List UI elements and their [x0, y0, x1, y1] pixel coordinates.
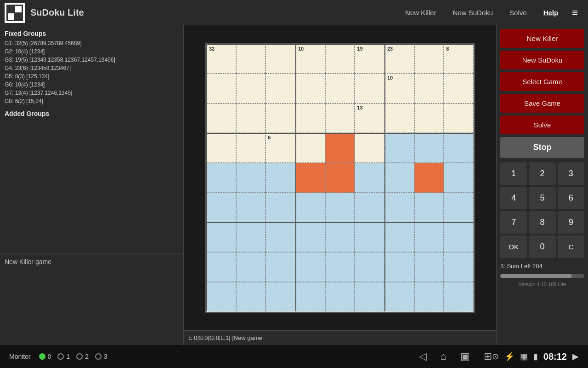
numpad-btn-7[interactable]: 7 [500, 211, 527, 234]
cell-r5-c2[interactable] [266, 193, 295, 223]
cell-r3-c7[interactable] [414, 133, 444, 163]
cell-r0-c0[interactable]: 32 [206, 44, 236, 74]
numpad-btn-6[interactable]: 6 [558, 187, 584, 209]
cell-r4-c2[interactable] [266, 163, 295, 193]
cell-r4-c3[interactable] [295, 163, 325, 193]
cell-r0-c1[interactable] [236, 44, 266, 74]
cell-r3-c2[interactable]: 6 [266, 133, 295, 163]
cell-r1-c8[interactable] [444, 74, 474, 104]
numpad-btn-5[interactable]: 5 [529, 187, 555, 209]
cell-r8-c8[interactable] [444, 282, 474, 312]
cell-r6-c4[interactable] [325, 222, 355, 252]
cell-r1-c1[interactable] [236, 74, 266, 104]
cell-r2-c7[interactable] [414, 104, 444, 133]
numpad-btn-ok[interactable]: OK [500, 236, 527, 258]
cell-r6-c1[interactable] [236, 222, 266, 252]
cell-r5-c5[interactable] [355, 193, 384, 223]
new-sudoku-top-button[interactable]: New SuDoku [445, 5, 502, 20]
cell-r0-c7[interactable] [414, 44, 444, 74]
cell-r7-c4[interactable] [325, 252, 355, 282]
cell-r5-c4[interactable] [325, 193, 355, 223]
cell-r5-c1[interactable] [236, 193, 266, 223]
cell-r3-c0[interactable] [206, 133, 236, 163]
cell-r8-c7[interactable] [414, 282, 444, 312]
cell-r1-c7[interactable] [414, 74, 444, 104]
new-killer-top-button[interactable]: New Killer [397, 5, 445, 20]
cell-r0-c6[interactable]: 23 [384, 44, 414, 74]
cell-r2-c6[interactable] [384, 104, 414, 133]
cell-r5-c7[interactable] [414, 193, 444, 223]
back-button[interactable]: ◁ [419, 351, 427, 362]
cell-r2-c0[interactable] [206, 104, 236, 133]
cell-r6-c7[interactable] [414, 222, 444, 252]
cell-r3-c6[interactable] [384, 133, 414, 163]
cell-r1-c4[interactable] [325, 74, 355, 104]
cell-r7-c2[interactable] [266, 252, 295, 282]
cell-r3-c1[interactable] [236, 133, 266, 163]
cell-r7-c3[interactable] [295, 252, 325, 282]
cell-r4-c0[interactable] [206, 163, 236, 193]
recent-button[interactable]: ▣ [460, 351, 470, 362]
new-sudoku-button[interactable]: New SuDoku [500, 51, 584, 69]
cell-r4-c5[interactable] [355, 163, 384, 193]
cell-r7-c1[interactable] [236, 252, 266, 282]
solve-button[interactable]: Solve [500, 115, 584, 134]
cell-r2-c4[interactable] [325, 104, 355, 133]
select-game-button[interactable]: Select Game [500, 72, 584, 91]
cell-r8-c0[interactable] [206, 282, 236, 312]
cell-r5-c3[interactable] [295, 193, 325, 223]
sudoku-board[interactable]: 32101923810136 [205, 43, 475, 313]
cell-r2-c1[interactable] [236, 104, 266, 133]
cell-r4-c1[interactable] [236, 163, 266, 193]
save-game-button[interactable]: Save Game [500, 94, 584, 113]
cell-r6-c8[interactable] [444, 222, 474, 252]
cell-r2-c8[interactable] [444, 104, 474, 133]
cell-r7-c8[interactable] [444, 252, 474, 282]
cell-r7-c6[interactable] [384, 252, 414, 282]
cell-r5-c8[interactable] [444, 193, 474, 223]
cell-r8-c5[interactable] [355, 282, 384, 312]
cell-r8-c1[interactable] [236, 282, 266, 312]
home-button[interactable]: ⌂ [441, 351, 447, 362]
cell-r1-c3[interactable] [295, 74, 325, 104]
cell-r1-c0[interactable] [206, 74, 236, 104]
cell-r4-c7[interactable] [414, 163, 444, 193]
cell-r0-c4[interactable] [325, 44, 355, 74]
cell-r8-c4[interactable] [325, 282, 355, 312]
cell-r8-c3[interactable] [295, 282, 325, 312]
cell-r4-c6[interactable] [384, 163, 414, 193]
cell-r6-c2[interactable] [266, 222, 295, 252]
cell-r1-c2[interactable] [266, 74, 295, 104]
cell-r3-c5[interactable] [355, 133, 384, 163]
cell-r3-c8[interactable] [444, 133, 474, 163]
numpad-btn-1[interactable]: 1 [500, 162, 527, 185]
new-killer-button[interactable]: New Killer [500, 29, 584, 48]
cell-r7-c0[interactable] [206, 252, 236, 282]
numpad-btn-2[interactable]: 2 [529, 162, 555, 185]
cell-r1-c6[interactable]: 10 [384, 74, 414, 104]
cell-r3-c3[interactable] [295, 133, 325, 163]
cell-r2-c2[interactable] [266, 104, 295, 133]
cell-r0-c5[interactable]: 19 [355, 44, 384, 74]
cell-r6-c5[interactable] [355, 222, 384, 252]
cell-r1-c5[interactable] [355, 74, 384, 104]
cell-r7-c5[interactable] [355, 252, 384, 282]
cell-r4-c4[interactable] [325, 163, 355, 193]
numpad-btn-c[interactable]: C [558, 236, 584, 258]
stop-button[interactable]: Stop [500, 137, 584, 158]
cell-r0-c8[interactable]: 8 [444, 44, 474, 74]
solve-top-button[interactable]: Solve [501, 5, 535, 20]
cell-r0-c2[interactable] [266, 44, 295, 74]
cell-r0-c3[interactable]: 10 [295, 44, 325, 74]
cell-r5-c6[interactable] [384, 193, 414, 223]
cell-r2-c3[interactable] [295, 104, 325, 133]
numpad-btn-0[interactable]: 0 [529, 236, 555, 258]
cell-r2-c5[interactable]: 13 [355, 104, 384, 133]
help-top-button[interactable]: Help [535, 5, 567, 20]
cell-r6-c6[interactable] [384, 222, 414, 252]
numpad-btn-8[interactable]: 8 [529, 211, 555, 234]
cell-r6-c3[interactable] [295, 222, 325, 252]
cell-r8-c2[interactable] [266, 282, 295, 312]
menu-icon[interactable]: ≡ [566, 3, 583, 23]
numpad-btn-3[interactable]: 3 [558, 162, 584, 185]
